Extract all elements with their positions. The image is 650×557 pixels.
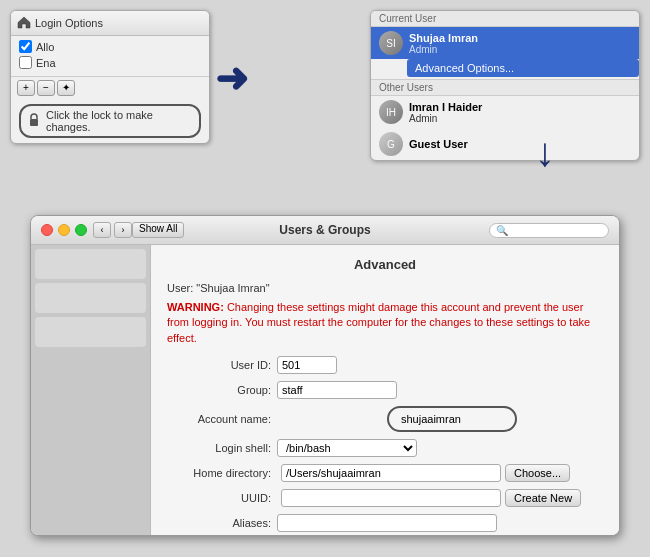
close-button[interactable] [41, 224, 53, 236]
guest-user-info: Guest User [409, 138, 631, 150]
user-id-label: User ID: [167, 359, 277, 371]
login-shell-select[interactable]: /bin/bash /bin/sh /bin/zsh [277, 439, 417, 457]
checkbox-allo[interactable]: Allo [19, 40, 201, 53]
svg-rect-0 [30, 119, 38, 126]
group-label: Group: [167, 384, 277, 396]
gear-button[interactable]: ✦ [57, 80, 75, 96]
top-left-panel: Login Options Allo Ena + − ✦ Click the l… [10, 10, 210, 144]
other-user-row-1[interactable]: IH Imran I Haider Admin [371, 96, 639, 128]
group-input[interactable] [277, 381, 397, 399]
arrow-down-icon: ↓ [535, 130, 555, 175]
checkbox-ena[interactable]: Ena [19, 56, 201, 69]
dialog-body: Advanced User: "Shujaa Imran" WARNING: C… [31, 245, 619, 535]
guest-user-avatar: G [379, 132, 403, 156]
user-id-input[interactable] [277, 356, 337, 374]
group-row: Group: [167, 381, 603, 399]
guest-user-name: Guest User [409, 138, 631, 150]
top-right-panel: Current User SI Shujaa Imran Admin Advan… [370, 10, 640, 161]
other-user-avatar-1: IH [379, 100, 403, 124]
current-user-label: Current User [371, 11, 639, 27]
warning-label: WARNING: [167, 301, 224, 313]
uuid-input[interactable] [281, 489, 501, 507]
dialog-titlebar: ‹ › Show All Users & Groups [31, 216, 619, 245]
home-icon [17, 15, 31, 31]
login-shell-label: Login shell: [167, 442, 277, 454]
home-dir-row: Home directory: Choose... [167, 464, 603, 482]
traffic-lights [41, 224, 87, 236]
search-input[interactable] [489, 223, 609, 238]
warning-body: Changing these settings might damage thi… [167, 301, 590, 344]
panel-toolbar: Login Options [11, 11, 209, 36]
user-label: User: "Shujaa Imran" [167, 282, 603, 294]
current-user-info: Shujaa Imran Admin [409, 32, 631, 55]
other-user-name-1: Imran I Haider [409, 101, 631, 113]
forward-button[interactable]: › [114, 222, 132, 238]
show-all-button[interactable]: Show All [132, 222, 184, 238]
account-name-oval [387, 406, 517, 432]
sidebar-pane [31, 245, 151, 535]
remove-button[interactable]: − [37, 80, 55, 96]
sidebar-item-3 [35, 317, 146, 347]
account-name-row: Account name: [167, 406, 603, 432]
guest-user-row[interactable]: G Guest User [371, 128, 639, 160]
users-groups-dialog: ‹ › Show All Users & Groups Advanced Use… [30, 215, 620, 536]
aliases-label: Aliases: [167, 517, 277, 529]
action-buttons-row: + − ✦ [11, 76, 209, 99]
current-user-role: Admin [409, 44, 631, 55]
lock-notice: Click the lock to make changes. [11, 99, 209, 143]
other-user-info-1: Imran I Haider Admin [409, 101, 631, 124]
current-user-name: Shujaa Imran [409, 32, 631, 44]
dialog-title: Users & Groups [279, 223, 370, 237]
login-shell-row: Login shell: /bin/bash /bin/sh /bin/zsh [167, 439, 603, 457]
warning-text: WARNING: Changing these settings might d… [167, 300, 603, 346]
back-button[interactable]: ‹ [93, 222, 111, 238]
uuid-label: UUID: [167, 492, 277, 504]
arrow-right-icon: ➜ [215, 55, 249, 101]
add-button[interactable]: + [17, 80, 35, 96]
create-new-button[interactable]: Create New [505, 489, 581, 507]
advanced-options-menu-item[interactable]: Advanced Options... [407, 59, 639, 77]
maximize-button[interactable] [75, 224, 87, 236]
account-name-label: Account name: [167, 413, 277, 425]
lock-oval: Click the lock to make changes. [19, 104, 201, 138]
main-content: Advanced User: "Shujaa Imran" WARNING: C… [151, 245, 619, 535]
aliases-input[interactable] [277, 514, 497, 532]
checkbox-area: Allo Ena [11, 36, 209, 76]
login-options-item[interactable]: Login Options [17, 15, 103, 31]
login-options-label: Login Options [35, 17, 103, 29]
user-id-row: User ID: [167, 356, 603, 374]
home-dir-input[interactable] [281, 464, 501, 482]
uuid-row: UUID: Create New [167, 489, 603, 507]
nav-buttons: ‹ › [93, 222, 132, 238]
current-user-row[interactable]: SI Shujaa Imran Admin [371, 27, 639, 59]
sidebar-item-1 [35, 249, 146, 279]
minimize-button[interactable] [58, 224, 70, 236]
aliases-row: Aliases: [167, 514, 603, 532]
other-user-role-1: Admin [409, 113, 631, 124]
section-title: Advanced [167, 257, 603, 272]
account-name-input[interactable] [397, 410, 507, 428]
sidebar-item-2 [35, 283, 146, 313]
current-user-avatar: SI [379, 31, 403, 55]
home-dir-label: Home directory: [167, 467, 277, 479]
choose-button[interactable]: Choose... [505, 464, 570, 482]
lock-icon [27, 112, 41, 130]
lock-text: Click the lock to make changes. [46, 109, 193, 133]
other-users-label: Other Users [371, 79, 639, 96]
